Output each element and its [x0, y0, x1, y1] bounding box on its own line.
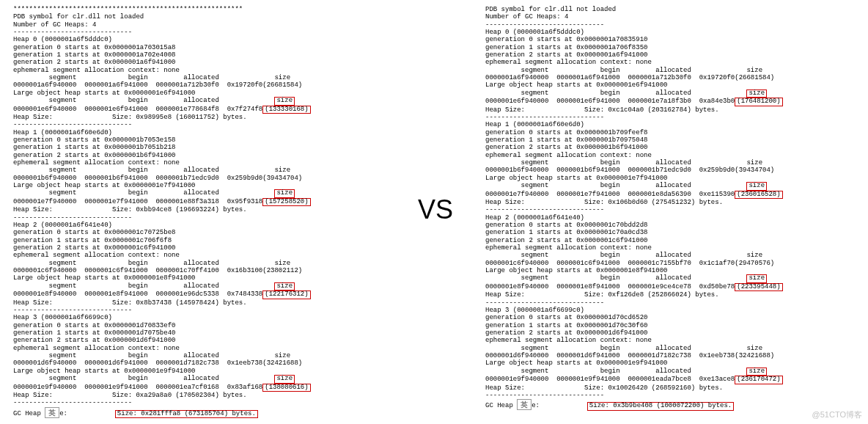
heap1-hsize: Heap Size: Size: 0xbb94ce8 (196693224) b… — [13, 206, 247, 213]
nheaps: Number of GC Heaps: 4 — [13, 21, 96, 29]
gcheap-pre: GC Heap — [13, 410, 45, 417]
ime-badge: 英 — [45, 407, 59, 418]
heap2-title: Heap 2 (0000001a6f641e40) — [485, 214, 584, 222]
heap2-loh: Large object heap starts at 0x0000001e8f… — [13, 274, 195, 282]
heap3-row2: 0000001e9f940000 0000001e9f941000 000000… — [13, 384, 262, 391]
heap1-g1: generation 1 starts at 0x0000001b7097504… — [485, 136, 647, 144]
heap1-row2: 0000001e7f940000 0000001e7f941000 000000… — [485, 191, 735, 198]
rule: ------------------------------ — [485, 206, 604, 213]
heap0-loh: Large object heap starts at 0x0000001e6f… — [13, 89, 195, 97]
rule: ------------------------------ — [485, 392, 604, 399]
heap3-hdr2: segment begin allocated — [485, 368, 746, 375]
heap1-loh: Large object heap starts at 0x0000001e7f… — [485, 175, 667, 182]
heap3-title: Heap 3 (0000001a6f6699c0) — [13, 314, 112, 321]
heap2-size-hl: (122176312) — [262, 290, 310, 299]
rule: ------------------------------ — [13, 399, 132, 406]
rule: ------------------------------ — [13, 307, 132, 314]
heap3-size-hl: (236170472) — [735, 376, 782, 384]
heap2-size-hl: (223395448) — [735, 283, 782, 291]
size-label: size — [746, 182, 767, 190]
size-label: size — [274, 282, 295, 290]
heap2-row1: 0000001c6f940000 0000001c6f941000 000000… — [13, 267, 302, 274]
heap0-size-hl: (133330168) — [262, 106, 310, 114]
heap3-eph: ephemeral segment allocation context: no… — [485, 337, 652, 344]
heap3-hdr2: segment begin allocated — [13, 375, 274, 382]
heap2-hsize: Heap Size: Size: 0x8b37438 (145978424) b… — [13, 299, 247, 307]
heap0-size-hl: (176481200) — [735, 98, 782, 106]
heap0-g1: generation 1 starts at 0x0000001a702e400… — [13, 51, 175, 59]
pdb-line: PDB symbol for clr.dll not loaded — [485, 6, 616, 13]
heap2-row2: 0000001e8f940000 0000001e8f941000 000000… — [13, 290, 262, 298]
heap1-row2: 0000001e7f940000 0000001e7f941000 000000… — [13, 198, 262, 205]
heap2-g1: generation 1 starts at 0x0000001c70a0cd3… — [485, 229, 647, 236]
stars: ****************************************… — [13, 6, 243, 13]
heap2-g2: generation 2 starts at 0x0000001c6f94100… — [485, 237, 647, 244]
size-label: size — [274, 375, 295, 383]
heap3-hdr: segment begin allocated size — [485, 345, 762, 352]
heap0-title: Heap 0 (0000001a6f5dddc0) — [485, 29, 584, 36]
left-dump: ****************************************… — [13, 6, 311, 418]
heap0-row1: 0000001a6f940000 0000001a6f941000 000000… — [13, 81, 302, 89]
size-label: size — [746, 274, 767, 282]
watermark: @51CTO博客 — [812, 410, 862, 420]
size-label: size — [746, 368, 767, 376]
rule: ------------------------------ — [485, 114, 604, 121]
heap1-size-hl: (236016528) — [735, 191, 782, 199]
heap1-eph: ephemeral segment allocation context: no… — [485, 152, 652, 159]
gcheap-total-hl: Size: 0x3b9be408 (1000072200) bytes. — [587, 402, 734, 410]
heap2-eph: ephemeral segment allocation context: no… — [13, 252, 180, 259]
heap1-title: Heap 1 (0000001a6f60e6d0) — [13, 129, 112, 136]
heap2-hdr2: segment begin allocated — [13, 282, 274, 290]
heap3-title: Heap 3 (0000001a6f6699c0) — [485, 307, 584, 314]
size-label: size — [274, 189, 295, 197]
heap0-hdr2: segment begin allocated — [485, 89, 746, 97]
size-label: size — [746, 89, 767, 98]
right-dump: PDB symbol for clr.dll not loaded Number… — [485, 6, 783, 411]
heap0-hsize: Heap Size: Size: 0x98995e8 (160011752) b… — [13, 114, 247, 121]
heap1-eph: ephemeral segment allocation context: no… — [13, 159, 180, 167]
heap0-g2: generation 2 starts at 0x0000001a6f94100… — [485, 51, 647, 59]
heap1-g0: generation 0 starts at 0x0000001b7053e15… — [13, 136, 175, 144]
rule: ------------------------------ — [13, 29, 132, 36]
gcheap-pre: GC Heap — [485, 402, 517, 409]
heap3-g2: generation 2 starts at 0x0000001d6f94100… — [485, 329, 647, 337]
gcheap-total-hl: Size: 0x281fffa8 (673185704) bytes. — [115, 410, 258, 418]
heap2-g0: generation 0 starts at 0x0000001c70725be… — [13, 229, 175, 236]
heap1-g1: generation 1 starts at 0x0000001b7051b21… — [13, 144, 175, 151]
heap3-hsize: Heap Size: Size: 0x10026420 (268592160) … — [485, 384, 723, 392]
heap1-hdr2: segment begin allocated — [485, 182, 746, 189]
heap1-loh: Large object heap starts at 0x0000001e7f… — [13, 182, 195, 189]
heap0-row2: 0000001e6f940000 0000001e6f941000 000000… — [13, 106, 262, 113]
rule: ------------------------------ — [13, 121, 132, 128]
heap1-hdr: segment begin allocated size — [485, 159, 762, 167]
heap3-g0: generation 0 starts at 0x0000001d70cd652… — [485, 314, 647, 321]
heap0-g0: generation 0 starts at 0x0000001a703015a… — [13, 44, 175, 51]
heap1-g0: generation 0 starts at 0x0000001b709feef… — [485, 129, 647, 136]
heap2-g0: generation 0 starts at 0x0000001c70bdd2d… — [485, 222, 647, 229]
heap0-g1: generation 1 starts at 0x0000001a706f835… — [485, 44, 647, 51]
heap2-hsize: Heap Size: Size: 0xf126de8 (252866024) b… — [485, 291, 719, 299]
heap3-eph: ephemeral segment allocation context: no… — [13, 345, 180, 352]
heap0-title: Heap 0 (0000001a6f5dddc0) — [13, 36, 112, 43]
heap2-hdr: segment begin allocated size — [13, 260, 290, 267]
heap1-hdr: segment begin allocated size — [13, 167, 290, 174]
heap0-loh: Large object heap starts at 0x0000001e6f… — [485, 81, 667, 89]
heap2-loh: Large object heap starts at 0x0000001e8f… — [485, 267, 667, 274]
heap3-g1: generation 1 starts at 0x0000001d7075be4… — [13, 329, 175, 337]
heap2-hdr: segment begin allocated size — [485, 252, 762, 259]
rule: ------------------------------ — [13, 214, 132, 222]
heap2-g1: generation 1 starts at 0x0000001c706f6f8 — [13, 237, 172, 244]
heap1-row1: 0000001b6f940000 0000001b6f941000 000000… — [13, 175, 302, 182]
heap3-g1: generation 1 starts at 0x0000001d70c30f6… — [485, 322, 647, 329]
heap1-size-hl: (157258520) — [262, 198, 310, 206]
heap2-eph: ephemeral segment allocation context: no… — [485, 244, 652, 252]
nheaps: Number of GC Heaps: 4 — [485, 13, 568, 21]
heap0-row1: 0000001a6f940000 0000001a6f941000 000000… — [485, 74, 774, 81]
heap2-hdr2: segment begin allocated — [485, 274, 746, 282]
heap0-hdr: segment begin allocated size — [485, 67, 762, 74]
heap3-row2: 0000001e9f940000 0000001e9f941000 000000… — [485, 376, 735, 383]
heap0-g2: generation 2 starts at 0x0000001a6f94100… — [13, 59, 175, 66]
heap0-g0: generation 0 starts at 0x0000001a7083591… — [485, 36, 647, 43]
vs-label: VS — [418, 194, 453, 224]
pdb-line: PDB symbol for clr.dll not loaded — [13, 13, 144, 21]
